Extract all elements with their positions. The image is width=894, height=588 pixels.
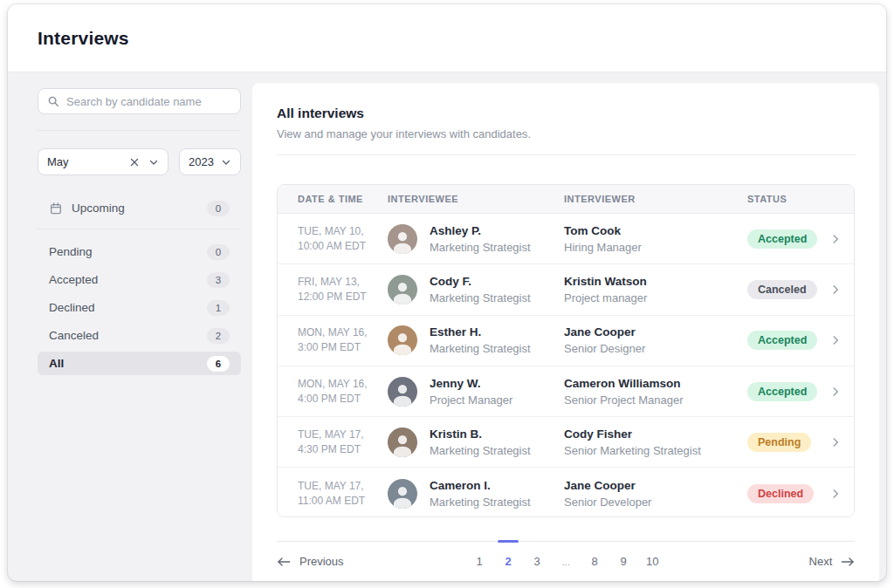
status-badge: Accepted <box>747 331 817 350</box>
date-time-cell: MON, MAY 16,4:00 PM EDT <box>298 377 388 407</box>
search-box[interactable] <box>38 88 241 114</box>
table-row[interactable]: MON, MAY 16,3:00 PM EDTEsther H.Marketin… <box>278 316 854 366</box>
interviewer-cell: Tom CookHiring Manager <box>564 224 747 254</box>
year-select[interactable]: 2023 <box>179 148 241 175</box>
interviewer-name: Jane Cooper <box>564 479 747 492</box>
chevron-right-icon[interactable] <box>829 488 842 500</box>
panel-title: All interviews <box>277 106 855 121</box>
interviewee-cell: Ashley P.Marketing Strategist <box>388 224 564 254</box>
filter-label: Canceled <box>49 329 207 342</box>
status-cell: Accepted <box>747 331 817 350</box>
page-button[interactable]: 10 <box>641 542 664 581</box>
chevron-right-icon[interactable] <box>829 284 842 296</box>
interviewee-role: Marketing Strategist <box>430 496 531 509</box>
page-button[interactable]: 3 <box>526 542 548 581</box>
interviewer-role: Senior Designer <box>564 342 747 355</box>
avatar <box>388 479 417 509</box>
interviewee-role: Project Manager <box>430 393 512 407</box>
date-line: TUE, MAY 17, <box>298 427 388 442</box>
sidebar-item-canceled[interactable]: Canceled 2 <box>38 324 241 347</box>
main-panel: All interviews View and manage your inte… <box>252 83 879 581</box>
status-badge: Canceled <box>747 280 817 299</box>
status-cell: Declined <box>747 484 817 503</box>
date-filters: May 2023 <box>38 148 241 175</box>
count-badge: 2 <box>207 328 230 344</box>
search-input[interactable] <box>66 95 231 108</box>
sidebar-item-all[interactable]: All 6 <box>38 352 241 375</box>
table-row[interactable]: FRI, MAY 13,12:00 PM EDTCody F.Marketing… <box>278 264 854 315</box>
status-badge: Accepted <box>747 382 817 401</box>
date-time-cell: MON, MAY 16,3:00 PM EDT <box>298 325 388 355</box>
chevron-right-icon[interactable] <box>829 334 842 346</box>
interviewee-name: Cody F. <box>430 275 531 288</box>
interviews-table: DATE & TIME INTERVIEWEE INTERVIEWER STAT… <box>277 184 855 517</box>
count-badge: 0 <box>207 244 230 260</box>
count-badge: 3 <box>207 272 230 288</box>
interviewer-name: Cameron Williamson <box>564 377 747 390</box>
interviewee-cell: Cody F.Marketing Strategist <box>388 275 564 304</box>
avatar <box>388 377 417 407</box>
interviewer-name: Kristin Watson <box>564 275 747 288</box>
interviewer-role: Senior Project Manager <box>564 393 747 407</box>
page-button[interactable]: 1 <box>468 542 491 581</box>
avatar <box>388 275 417 304</box>
table-row[interactable]: TUE, MAY 17,4:30 PM EDTKristin B.Marketi… <box>278 417 854 468</box>
interviewer-name: Tom Cook <box>564 224 747 237</box>
filter-label: Pending <box>49 245 207 258</box>
date-time-cell: FRI, MAY 13,12:00 PM EDT <box>298 275 388 304</box>
time-line: 3:00 PM EDT <box>298 340 388 355</box>
chevron-right-icon[interactable] <box>829 436 842 448</box>
column-header-date: DATE & TIME <box>298 194 388 204</box>
status-cell: Pending <box>747 433 817 452</box>
avatar <box>388 427 417 457</box>
table-row[interactable]: MON, MAY 16,4:00 PM EDTJenny W.Project M… <box>278 366 854 417</box>
interviews-app-window: Interviews May <box>8 4 886 581</box>
app-header: Interviews <box>8 4 886 72</box>
time-line: 12:00 PM EDT <box>298 290 388 304</box>
filter-label: Accepted <box>49 273 207 286</box>
status-badge: Declined <box>747 484 814 503</box>
interviewee-name: Jenny W. <box>430 377 512 390</box>
page-button[interactable]: 9 <box>612 542 635 581</box>
interviewee-name: Kristin B. <box>430 427 531 441</box>
count-badge: 1 <box>207 300 230 316</box>
page-button[interactable]: 8 <box>583 542 606 581</box>
interviewee-role: Marketing Strategist <box>430 444 531 457</box>
sidebar-item-upcoming[interactable]: Upcoming 0 <box>38 196 241 220</box>
table-row[interactable]: TUE, MAY 17,11:00 AM EDTCameron I.Market… <box>278 468 854 517</box>
interviewer-name: Jane Cooper <box>564 325 747 338</box>
filter-label: Declined <box>49 301 207 314</box>
sidebar-item-declined[interactable]: Declined 1 <box>38 296 241 319</box>
chevron-right-icon[interactable] <box>829 233 842 245</box>
list-divider <box>38 229 241 229</box>
date-line: TUE, MAY 10, <box>298 224 388 239</box>
sidebar-item-accepted[interactable]: Accepted 3 <box>38 268 241 291</box>
chevron-right-icon[interactable] <box>829 386 842 398</box>
page-button[interactable]: 2 <box>497 542 519 581</box>
sidebar: May 2023 <box>8 72 252 581</box>
interviewee-role: Marketing Strategist <box>430 241 531 254</box>
interviewee-cell: Esther H.Marketing Strategist <box>388 325 564 355</box>
column-header-interviewee: INTERVIEWEE <box>388 194 564 204</box>
date-line: TUE, MAY 17, <box>298 479 388 494</box>
calendar-icon <box>49 202 63 215</box>
status-cell: Accepted <box>747 382 817 401</box>
interviewer-role: Senior Developer <box>564 496 747 509</box>
interviewer-cell: Kristin WatsonProject manager <box>564 275 747 304</box>
date-time-cell: TUE, MAY 17,4:30 PM EDT <box>298 427 388 457</box>
table-body: TUE, MAY 10,10:00 AM EDTAshley P.Marketi… <box>278 214 854 517</box>
month-select[interactable]: May <box>38 148 168 175</box>
table-row[interactable]: TUE, MAY 10,10:00 AM EDTAshley P.Marketi… <box>278 214 854 264</box>
column-header-interviewer: INTERVIEWER <box>564 194 747 204</box>
time-line: 11:00 AM EDT <box>298 494 388 509</box>
filter-label: Upcoming <box>72 202 198 215</box>
sidebar-divider <box>38 130 241 131</box>
interviewer-role: Project manager <box>564 291 747 304</box>
interviewer-cell: Cameron WilliamsonSenior Project Manager <box>564 377 747 407</box>
clear-month-icon[interactable] <box>129 157 140 168</box>
filter-label: All <box>49 357 207 370</box>
page-title: Interviews <box>38 28 129 49</box>
avatar <box>388 224 417 254</box>
sidebar-item-pending[interactable]: Pending 0 <box>38 240 241 263</box>
interviewee-cell: Jenny W.Project Manager <box>388 377 564 407</box>
